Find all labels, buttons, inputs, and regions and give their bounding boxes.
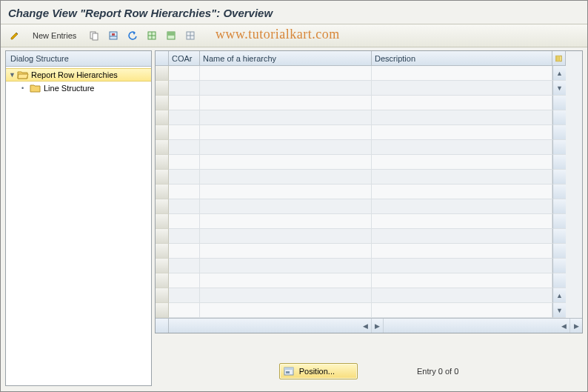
grid-cell[interactable] bbox=[169, 259, 200, 273]
deselect-all-button[interactable] bbox=[182, 27, 198, 44]
grid-cell[interactable] bbox=[200, 303, 372, 318]
row-selector[interactable] bbox=[156, 155, 169, 170]
scroll-left-end-icon[interactable]: ◀ bbox=[558, 319, 570, 333]
grid-cell[interactable] bbox=[200, 229, 372, 244]
toggle-display-change-button[interactable] bbox=[7, 27, 23, 44]
vscroll-track[interactable] bbox=[552, 140, 566, 155]
grid-cell[interactable] bbox=[200, 96, 372, 110]
row-selector[interactable] bbox=[156, 229, 169, 244]
row-selector[interactable] bbox=[156, 214, 169, 229]
scroll-down-end-icon[interactable]: ▼ bbox=[552, 303, 566, 318]
grid-cell[interactable] bbox=[372, 170, 552, 185]
position-button[interactable]: Position... bbox=[279, 363, 358, 379]
grid-cell[interactable] bbox=[200, 185, 372, 199]
grid-cell[interactable] bbox=[200, 199, 372, 214]
select-all-button[interactable] bbox=[144, 27, 160, 44]
copy-as-button[interactable] bbox=[86, 27, 102, 44]
row-selector[interactable] bbox=[156, 288, 169, 303]
grid-cell[interactable] bbox=[372, 66, 552, 81]
grid-cell[interactable] bbox=[200, 259, 372, 273]
grid-cell[interactable] bbox=[372, 229, 552, 244]
grid-cell[interactable] bbox=[169, 110, 200, 125]
grid-cell[interactable] bbox=[372, 96, 552, 110]
tree-item-report-row-hierarchies[interactable]: ▼ Report Row Hierarchies bbox=[6, 68, 151, 82]
grid-cell[interactable] bbox=[169, 288, 200, 303]
grid-cell[interactable] bbox=[372, 244, 552, 259]
grid-cell[interactable] bbox=[169, 229, 200, 244]
row-selector[interactable] bbox=[156, 170, 169, 185]
vscroll-track[interactable] bbox=[552, 185, 566, 199]
grid-cell[interactable] bbox=[200, 273, 372, 288]
grid-cell[interactable] bbox=[372, 140, 552, 155]
vscroll-track[interactable] bbox=[552, 259, 566, 273]
grid-cell[interactable] bbox=[169, 170, 200, 185]
grid-cell[interactable] bbox=[372, 199, 552, 214]
scroll-up-end-icon[interactable]: ▲ bbox=[552, 288, 566, 303]
grid-cell[interactable] bbox=[200, 288, 372, 303]
vscroll-track[interactable] bbox=[552, 214, 566, 229]
row-selector[interactable] bbox=[156, 96, 169, 110]
grid-cell[interactable] bbox=[169, 273, 200, 288]
scroll-left-icon[interactable]: ◀ bbox=[360, 319, 372, 333]
grid-cell[interactable] bbox=[372, 110, 552, 125]
grid-cell[interactable] bbox=[169, 81, 200, 96]
grid-cell[interactable] bbox=[200, 170, 372, 185]
horizontal-scrollbar[interactable]: ◀ ▶ ◀ ▶ bbox=[156, 318, 582, 333]
column-header[interactable]: Name of a hierarchy bbox=[200, 51, 372, 66]
row-selector[interactable] bbox=[156, 273, 169, 288]
grid-cell[interactable] bbox=[169, 96, 200, 110]
grid-cell[interactable] bbox=[169, 155, 200, 170]
grid-cell[interactable] bbox=[169, 214, 200, 229]
row-selector[interactable] bbox=[156, 66, 169, 81]
grid-cell[interactable] bbox=[372, 155, 552, 170]
tree-item-line-structure[interactable]: • Line Structure bbox=[6, 82, 151, 95]
vscroll-track[interactable] bbox=[552, 155, 566, 170]
vscroll-track[interactable] bbox=[552, 199, 566, 214]
vscroll-track[interactable] bbox=[552, 229, 566, 244]
grid-cell[interactable] bbox=[372, 125, 552, 140]
grid-cell[interactable] bbox=[372, 81, 552, 96]
grid-cell[interactable] bbox=[200, 244, 372, 259]
vscroll-track[interactable] bbox=[552, 96, 566, 110]
grid-cell[interactable] bbox=[372, 259, 552, 273]
undo-button[interactable] bbox=[124, 27, 141, 44]
vscroll-track[interactable] bbox=[552, 110, 566, 125]
scroll-down-icon[interactable]: ▼ bbox=[552, 81, 566, 96]
grid-cell[interactable] bbox=[169, 244, 200, 259]
grid-cell[interactable] bbox=[372, 288, 552, 303]
row-selector[interactable] bbox=[156, 81, 169, 96]
row-selector[interactable] bbox=[156, 199, 169, 214]
configure-columns-icon[interactable] bbox=[552, 51, 566, 66]
grid-cell[interactable] bbox=[200, 66, 372, 81]
grid-cell[interactable] bbox=[200, 110, 372, 125]
grid-cell[interactable] bbox=[169, 140, 200, 155]
grid-cell[interactable] bbox=[372, 303, 552, 318]
grid-cell[interactable] bbox=[200, 125, 372, 140]
grid-cell[interactable] bbox=[200, 140, 372, 155]
vscroll-track[interactable] bbox=[552, 244, 566, 259]
row-selector[interactable] bbox=[156, 303, 169, 318]
column-header[interactable]: Description bbox=[372, 51, 552, 66]
scroll-right-icon[interactable]: ▶ bbox=[372, 319, 384, 333]
grid-cell[interactable] bbox=[200, 81, 372, 96]
row-selector[interactable] bbox=[156, 244, 169, 259]
vscroll-track[interactable] bbox=[552, 170, 566, 185]
new-entries-button[interactable]: New Entries bbox=[26, 27, 83, 44]
grid-cell[interactable] bbox=[372, 273, 552, 288]
vscroll-track[interactable] bbox=[552, 273, 566, 288]
select-block-button[interactable] bbox=[163, 27, 179, 44]
scroll-up-icon[interactable]: ▲ bbox=[552, 66, 566, 81]
grid-cell[interactable] bbox=[200, 214, 372, 229]
grid-cell[interactable] bbox=[372, 185, 552, 199]
grid-cell[interactable] bbox=[372, 214, 552, 229]
vscroll-track[interactable] bbox=[552, 125, 566, 140]
row-selector[interactable] bbox=[156, 125, 169, 140]
row-selector[interactable] bbox=[156, 259, 169, 273]
row-selector[interactable] bbox=[156, 110, 169, 125]
grid-cell[interactable] bbox=[169, 303, 200, 318]
delete-button[interactable] bbox=[105, 27, 121, 44]
row-selector[interactable] bbox=[156, 140, 169, 155]
grid-cell[interactable] bbox=[169, 125, 200, 140]
grid-cell[interactable] bbox=[200, 155, 372, 170]
row-selector[interactable] bbox=[156, 185, 169, 199]
